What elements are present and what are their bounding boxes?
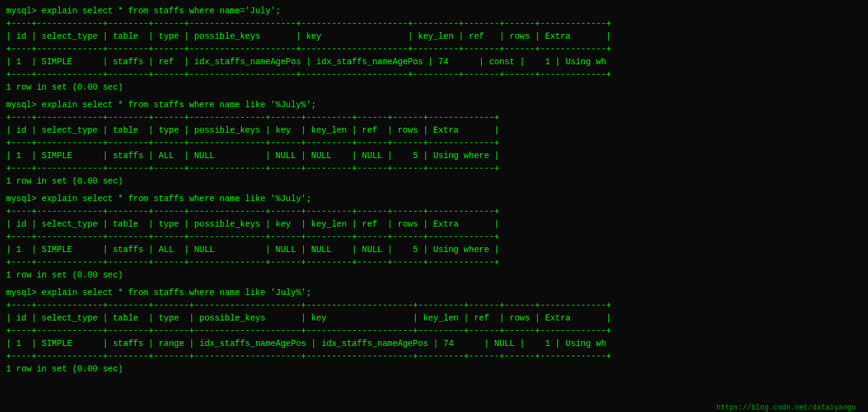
- row-count-2: 1 row in set (0.00 sec): [6, 175, 862, 188]
- terminal: mysql> explain select * from staffs wher…: [6, 5, 862, 412]
- query-block-4: mysql> explain select * from staffs wher…: [6, 287, 862, 376]
- header-1: | id | select_type | table | type | poss…: [6, 30, 862, 43]
- query-block-2: mysql> explain select * from staffs wher…: [6, 99, 862, 188]
- row-count-3: 1 row in set (0.00 sec): [6, 269, 862, 282]
- separator3-2: +----+-------------+--------+------+----…: [6, 162, 862, 175]
- data-row-4: | 1 | SIMPLE | staffs | range | idx_staf…: [6, 337, 862, 350]
- separator3-1: +----+-------------+--------+------+----…: [6, 68, 862, 81]
- separator1-2: +----+-------------+--------+------+----…: [6, 111, 862, 124]
- separator1-3: +----+-------------+--------+------+----…: [6, 205, 862, 218]
- separator2-1: +----+-------------+--------+------+----…: [6, 43, 862, 56]
- separator3-4: +----+-------------+--------+-------+---…: [6, 350, 862, 363]
- watermark: https://blog.csdn.net/dataiyangu: [717, 404, 856, 412]
- separator1-4: +----+-------------+--------+-------+---…: [6, 299, 862, 312]
- header-4: | id | select_type | table | type | poss…: [6, 312, 862, 325]
- header-2: | id | select_type | table | type | poss…: [6, 124, 862, 137]
- separator1-1: +----+-------------+--------+------+----…: [6, 18, 862, 30]
- separator2-3: +----+-------------+--------+------+----…: [6, 231, 862, 244]
- prompt-1: mysql> explain select * from staffs wher…: [6, 5, 862, 18]
- prompt-2: mysql> explain select * from staffs wher…: [6, 99, 862, 111]
- prompt-4: mysql> explain select * from staffs wher…: [6, 287, 862, 299]
- separator3-3: +----+-------------+--------+------+----…: [6, 256, 862, 269]
- data-row-2: | 1 | SIMPLE | staffs | ALL | NULL | NUL…: [6, 150, 862, 162]
- row-count-1: 1 row in set (0.00 sec): [6, 81, 862, 94]
- data-row-1: | 1 | SIMPLE | staffs | ref | idx_staffs…: [6, 56, 862, 68]
- separator2-2: +----+-------------+--------+------+----…: [6, 137, 862, 150]
- header-3: | id | select_type | table | type | poss…: [6, 218, 862, 231]
- prompt-3: mysql> explain select * from staffs wher…: [6, 193, 862, 205]
- query-block-3: mysql> explain select * from staffs wher…: [6, 193, 862, 282]
- data-row-3: | 1 | SIMPLE | staffs | ALL | NULL | NUL…: [6, 244, 862, 256]
- row-count-4: 1 row in set (0.00 sec): [6, 363, 862, 376]
- separator2-4: +----+-------------+--------+-------+---…: [6, 325, 862, 337]
- query-block-1: mysql> explain select * from staffs wher…: [6, 5, 862, 94]
